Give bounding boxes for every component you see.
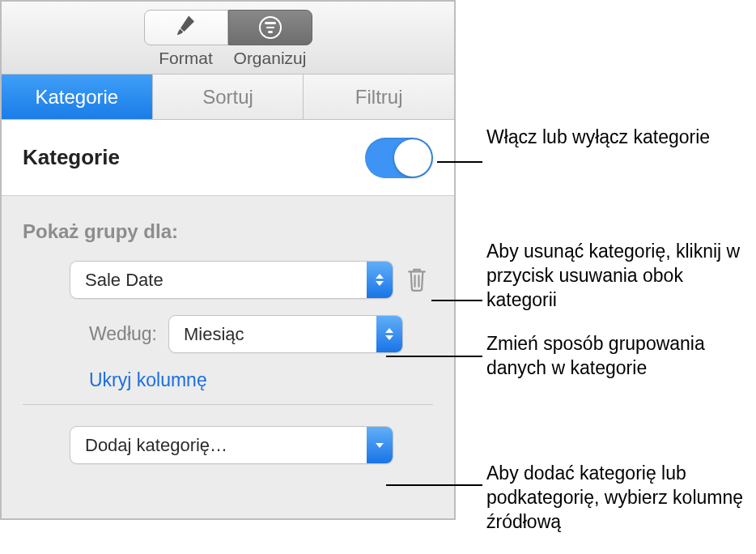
add-category-popup[interactable]: Dodaj kategorię… [70,426,393,464]
callout-delete: Aby usunąć kategorię, kliknij w przycisk… [486,240,754,313]
paintbrush-icon [174,14,198,41]
source-column-popup[interactable]: Sale Date [70,261,393,299]
group-by-row: Według: Miesiąc [89,315,433,353]
delete-category-button[interactable] [405,266,429,295]
show-groups-label: Pokaż grupy dla: [23,220,433,243]
tab-filter[interactable]: Filtruj [304,75,454,119]
organize-icon [259,16,282,39]
categories-body: Pokaż grupy dla: Sale Date Według: Miesi… [2,196,454,464]
callout-toggle: Włącz lub wyłącz kategorie [486,126,754,150]
callout-line [437,161,482,163]
group-by-value: Miesiąc [184,324,244,345]
tab-categories[interactable]: Kategorie [2,75,153,119]
updown-arrows-icon [367,262,393,298]
categories-toggle[interactable] [365,138,433,178]
trash-icon [405,280,429,294]
organize-button[interactable] [228,10,312,45]
format-label: Format [159,49,213,68]
hide-column-row: Ukryj kolumnę [89,369,433,391]
source-column-value: Sale Date [85,270,164,291]
organize-label: Organizuj [234,49,307,68]
divider [23,404,433,405]
format-tool: Format [144,10,228,68]
callout-line [431,300,482,301]
group-by-popup[interactable]: Miesiąc [168,315,403,353]
categories-title: Kategorie [23,145,120,170]
inspector-panel: Format Organizuj Kategorie Sortuj Filtru… [0,0,456,520]
callout-line [386,484,482,486]
source-column-row: Sale Date [70,261,433,299]
format-button[interactable] [144,10,228,45]
hide-column-link[interactable]: Ukryj kolumnę [89,369,207,391]
updown-arrows-icon [376,316,402,352]
tab-sort[interactable]: Sortuj [153,75,304,119]
add-category-label: Dodaj kategorię… [85,435,227,456]
toolbar: Format Organizuj [2,2,454,75]
toggle-knob [394,139,431,177]
callout-add: Aby dodać kategorię lub podkategorię, wy… [486,462,754,535]
categories-header: Kategorie [2,120,454,196]
callout-groupby: Zmień sposób grupowania danych w kategor… [486,332,754,381]
down-arrow-icon [367,427,393,463]
organize-tool: Organizuj [228,10,312,68]
group-by-label: Według: [89,323,157,345]
callout-line [386,356,482,357]
tab-bar: Kategorie Sortuj Filtruj [2,75,454,120]
toolbar-segmented-control: Format Organizuj [144,10,312,68]
